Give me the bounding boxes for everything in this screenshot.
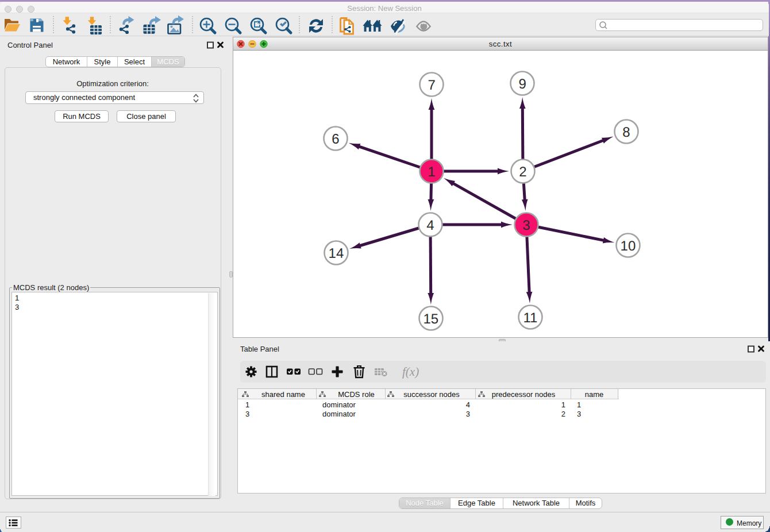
svg-text:4: 4 [426, 217, 434, 233]
svg-text:3: 3 [522, 217, 530, 233]
svg-text:f(x): f(x) [402, 365, 419, 379]
svg-text:7: 7 [428, 77, 435, 92]
svg-text:8: 8 [622, 124, 630, 140]
svg-text:14: 14 [329, 245, 344, 261]
svg-text:9: 9 [518, 76, 526, 91]
svg-text:10: 10 [621, 238, 636, 253]
svg-text:2: 2 [519, 164, 526, 179]
svg-text:11: 11 [523, 310, 537, 325]
svg-text:15: 15 [424, 311, 439, 326]
svg-text:1: 1 [428, 164, 435, 179]
svg-text:6: 6 [332, 131, 339, 147]
